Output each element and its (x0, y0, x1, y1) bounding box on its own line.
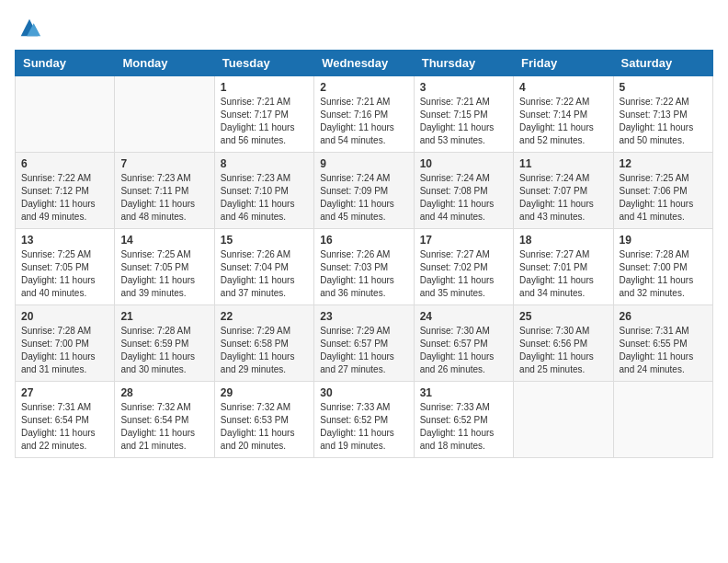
day-number: 20 (21, 310, 108, 323)
calendar-weekday-wednesday: Wednesday (314, 51, 414, 76)
day-info: Sunrise: 7:27 AM Sunset: 7:01 PM Dayligh… (519, 248, 607, 300)
calendar-table: SundayMondayTuesdayWednesdayThursdayFrid… (15, 50, 713, 458)
day-number: 24 (420, 310, 507, 323)
calendar-cell: 9Sunrise: 7:24 AM Sunset: 7:09 PM Daylig… (314, 153, 414, 229)
calendar-header-row: SundayMondayTuesdayWednesdayThursdayFrid… (16, 51, 713, 76)
calendar-cell: 16Sunrise: 7:26 AM Sunset: 7:03 PM Dayli… (314, 229, 414, 305)
calendar-cell: 29Sunrise: 7:32 AM Sunset: 6:53 PM Dayli… (214, 382, 313, 458)
day-info: Sunrise: 7:21 AM Sunset: 7:16 PM Dayligh… (320, 96, 407, 147)
day-info: Sunrise: 7:24 AM Sunset: 7:08 PM Dayligh… (420, 172, 507, 224)
day-info: Sunrise: 7:30 AM Sunset: 6:56 PM Dayligh… (519, 325, 607, 376)
day-info: Sunrise: 7:21 AM Sunset: 7:15 PM Dayligh… (420, 96, 507, 147)
calendar-cell: 19Sunrise: 7:28 AM Sunset: 7:00 PM Dayli… (613, 229, 712, 305)
calendar-week-row: 6Sunrise: 7:22 AM Sunset: 7:12 PM Daylig… (16, 153, 713, 229)
calendar-week-row: 20Sunrise: 7:28 AM Sunset: 7:00 PM Dayli… (16, 305, 713, 382)
day-number: 6 (21, 157, 108, 170)
calendar-cell: 28Sunrise: 7:32 AM Sunset: 6:54 PM Dayli… (115, 382, 214, 458)
calendar-cell: 24Sunrise: 7:30 AM Sunset: 6:57 PM Dayli… (414, 305, 513, 382)
calendar-cell: 25Sunrise: 7:30 AM Sunset: 6:56 PM Dayli… (514, 305, 613, 382)
calendar-cell: 20Sunrise: 7:28 AM Sunset: 7:00 PM Dayli… (16, 305, 115, 382)
day-number: 14 (120, 234, 208, 247)
day-info: Sunrise: 7:31 AM Sunset: 6:54 PM Dayligh… (21, 401, 108, 453)
day-info: Sunrise: 7:21 AM Sunset: 7:17 PM Dayligh… (221, 96, 308, 147)
day-info: Sunrise: 7:24 AM Sunset: 7:07 PM Dayligh… (519, 172, 607, 224)
day-number: 4 (519, 81, 607, 94)
calendar-week-row: 13Sunrise: 7:25 AM Sunset: 7:05 PM Dayli… (16, 229, 713, 305)
calendar-weekday-sunday: Sunday (16, 51, 115, 76)
calendar-cell: 6Sunrise: 7:22 AM Sunset: 7:12 PM Daylig… (16, 153, 115, 229)
calendar-cell: 21Sunrise: 7:28 AM Sunset: 6:59 PM Dayli… (115, 305, 214, 382)
day-number: 25 (519, 310, 607, 323)
calendar-cell (613, 382, 712, 458)
day-number: 5 (620, 81, 707, 94)
day-info: Sunrise: 7:30 AM Sunset: 6:57 PM Dayligh… (420, 325, 507, 376)
day-number: 2 (320, 81, 407, 94)
day-number: 13 (21, 234, 108, 247)
calendar-cell (514, 382, 613, 458)
day-info: Sunrise: 7:32 AM Sunset: 6:53 PM Dayligh… (221, 401, 308, 453)
calendar-cell: 12Sunrise: 7:25 AM Sunset: 7:06 PM Dayli… (613, 153, 712, 229)
calendar-cell: 15Sunrise: 7:26 AM Sunset: 7:04 PM Dayli… (214, 229, 313, 305)
calendar-cell: 13Sunrise: 7:25 AM Sunset: 7:05 PM Dayli… (16, 229, 115, 305)
day-info: Sunrise: 7:22 AM Sunset: 7:13 PM Dayligh… (620, 96, 707, 147)
calendar-cell: 14Sunrise: 7:25 AM Sunset: 7:05 PM Dayli… (115, 229, 214, 305)
day-info: Sunrise: 7:25 AM Sunset: 7:06 PM Dayligh… (620, 172, 707, 224)
day-info: Sunrise: 7:25 AM Sunset: 7:05 PM Dayligh… (21, 248, 108, 300)
day-number: 30 (320, 386, 407, 399)
day-number: 18 (519, 234, 607, 247)
day-number: 21 (120, 310, 208, 323)
day-info: Sunrise: 7:31 AM Sunset: 6:55 PM Dayligh… (620, 325, 707, 376)
day-info: Sunrise: 7:26 AM Sunset: 7:03 PM Dayligh… (320, 248, 407, 300)
calendar-cell: 27Sunrise: 7:31 AM Sunset: 6:54 PM Dayli… (16, 382, 115, 458)
calendar-cell: 23Sunrise: 7:29 AM Sunset: 6:57 PM Dayli… (314, 305, 414, 382)
calendar-cell: 22Sunrise: 7:29 AM Sunset: 6:58 PM Dayli… (214, 305, 313, 382)
day-info: Sunrise: 7:29 AM Sunset: 6:57 PM Dayligh… (320, 325, 407, 376)
calendar-cell (115, 76, 214, 153)
calendar-cell: 18Sunrise: 7:27 AM Sunset: 7:01 PM Dayli… (514, 229, 613, 305)
day-info: Sunrise: 7:33 AM Sunset: 6:52 PM Dayligh… (320, 401, 407, 453)
day-number: 3 (420, 81, 507, 94)
calendar-week-row: 1Sunrise: 7:21 AM Sunset: 7:17 PM Daylig… (16, 76, 713, 153)
day-number: 1 (221, 81, 308, 94)
day-number: 8 (221, 157, 308, 170)
calendar-cell: 8Sunrise: 7:23 AM Sunset: 7:10 PM Daylig… (214, 153, 313, 229)
logo-icon (17, 15, 42, 40)
calendar-cell: 1Sunrise: 7:21 AM Sunset: 7:17 PM Daylig… (214, 76, 313, 153)
calendar-cell: 17Sunrise: 7:27 AM Sunset: 7:02 PM Dayli… (414, 229, 513, 305)
logo (15, 15, 42, 40)
calendar-cell: 10Sunrise: 7:24 AM Sunset: 7:08 PM Dayli… (414, 153, 513, 229)
calendar-cell: 2Sunrise: 7:21 AM Sunset: 7:16 PM Daylig… (314, 76, 414, 153)
day-info: Sunrise: 7:23 AM Sunset: 7:11 PM Dayligh… (120, 172, 208, 224)
day-number: 23 (320, 310, 407, 323)
day-info: Sunrise: 7:27 AM Sunset: 7:02 PM Dayligh… (420, 248, 507, 300)
day-number: 28 (120, 386, 208, 399)
day-number: 7 (120, 157, 208, 170)
day-info: Sunrise: 7:28 AM Sunset: 7:00 PM Dayligh… (620, 248, 707, 300)
day-info: Sunrise: 7:24 AM Sunset: 7:09 PM Dayligh… (320, 172, 407, 224)
calendar-weekday-friday: Friday (514, 51, 613, 76)
day-number: 9 (320, 157, 407, 170)
day-info: Sunrise: 7:22 AM Sunset: 7:12 PM Dayligh… (21, 172, 108, 224)
day-info: Sunrise: 7:23 AM Sunset: 7:10 PM Dayligh… (221, 172, 308, 224)
day-number: 17 (420, 234, 507, 247)
day-number: 16 (320, 234, 407, 247)
day-info: Sunrise: 7:29 AM Sunset: 6:58 PM Dayligh… (221, 325, 308, 376)
calendar-cell: 31Sunrise: 7:33 AM Sunset: 6:52 PM Dayli… (414, 382, 513, 458)
day-number: 19 (620, 234, 707, 247)
calendar-cell: 30Sunrise: 7:33 AM Sunset: 6:52 PM Dayli… (314, 382, 414, 458)
day-number: 15 (221, 234, 308, 247)
day-info: Sunrise: 7:25 AM Sunset: 7:05 PM Dayligh… (120, 248, 208, 300)
calendar-cell: 5Sunrise: 7:22 AM Sunset: 7:13 PM Daylig… (613, 76, 712, 153)
day-info: Sunrise: 7:26 AM Sunset: 7:04 PM Dayligh… (221, 248, 308, 300)
day-number: 12 (620, 157, 707, 170)
calendar-cell: 26Sunrise: 7:31 AM Sunset: 6:55 PM Dayli… (613, 305, 712, 382)
day-number: 10 (420, 157, 507, 170)
day-number: 27 (21, 386, 108, 399)
day-number: 22 (221, 310, 308, 323)
calendar-weekday-tuesday: Tuesday (214, 51, 313, 76)
day-number: 31 (420, 386, 507, 399)
calendar-weekday-thursday: Thursday (414, 51, 513, 76)
day-info: Sunrise: 7:28 AM Sunset: 7:00 PM Dayligh… (21, 325, 108, 376)
day-info: Sunrise: 7:28 AM Sunset: 6:59 PM Dayligh… (120, 325, 208, 376)
day-number: 26 (620, 310, 707, 323)
